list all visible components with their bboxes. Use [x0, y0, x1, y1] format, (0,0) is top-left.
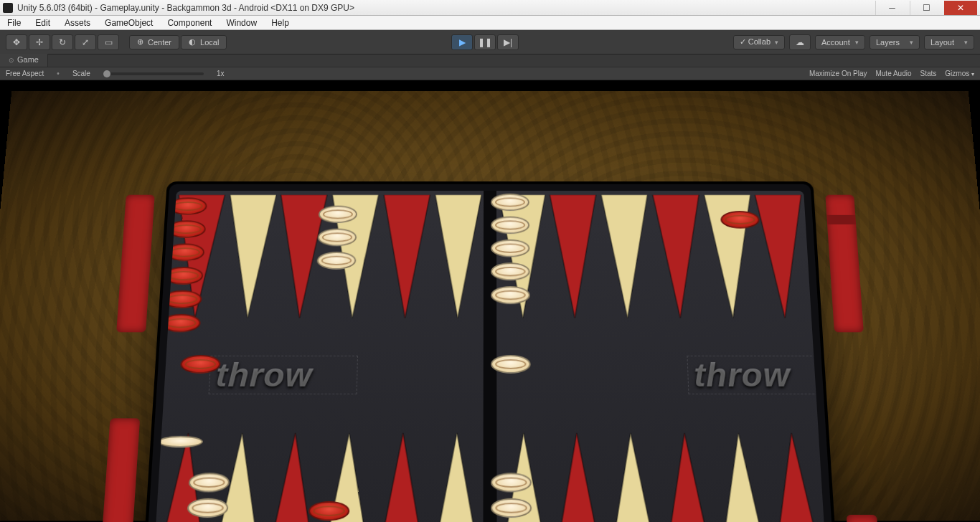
backgammon-board: throw throw	[141, 181, 839, 522]
throw-label-right[interactable]: throw	[693, 353, 791, 397]
board-point[interactable]	[753, 195, 812, 326]
minimize-button[interactable]: ─	[875, 1, 908, 15]
collab-dropdown[interactable]: ✓ Collab▾	[733, 35, 785, 49]
unity-icon	[3, 3, 13, 13]
window-titlebar: Unity 5.6.0f3 (64bit) - Gameplay.unity -…	[0, 0, 980, 16]
checker-white[interactable]	[491, 286, 530, 304]
pause-button[interactable]: ❚❚	[474, 34, 496, 50]
svg-marker-5	[434, 195, 481, 318]
toolbar: ✥ ✢ ↻ ⤢ ▭ ⊕Center ◐Local ▶ ❚❚ ▶| ✓ Colla…	[0, 30, 980, 54]
window-title: Unity 5.6.0f3 (64bit) - Gameplay.unity -…	[17, 3, 354, 13]
pivot-toggle[interactable]: ⊕Center	[129, 35, 179, 49]
board-point[interactable]	[378, 195, 432, 326]
scale-slider[interactable]	[103, 72, 204, 75]
svg-marker-1	[224, 195, 276, 318]
maximize-on-play-toggle[interactable]: Maximize On Play	[809, 70, 867, 77]
svg-marker-4	[381, 195, 430, 318]
gizmos-dropdown[interactable]: Gizmos ▾	[945, 70, 974, 77]
board-point[interactable]	[431, 195, 484, 326]
space-toggle[interactable]: ◐Local	[181, 35, 227, 49]
svg-marker-22	[714, 433, 769, 522]
tab-game[interactable]: Game	[0, 54, 48, 67]
layout-dropdown[interactable]: Layout▾	[924, 35, 974, 49]
maximize-button[interactable]: ☐	[910, 1, 943, 15]
menu-component[interactable]: Component	[160, 16, 219, 29]
checker-red[interactable]	[720, 211, 760, 228]
menu-help[interactable]: Help	[264, 16, 296, 29]
svg-marker-10	[376, 433, 427, 522]
throw-label-left[interactable]: throw	[215, 353, 314, 397]
mute-audio-toggle[interactable]: Mute Audio	[875, 70, 911, 77]
board-point[interactable]	[604, 426, 662, 522]
scale-value: 1x	[217, 70, 225, 77]
game-viewport[interactable]: throw throw	[0, 80, 980, 522]
game-scene: throw throw	[0, 91, 980, 521]
menu-edit[interactable]: Edit	[28, 16, 57, 29]
board-point[interactable]	[711, 426, 772, 522]
close-button[interactable]: ✕	[944, 1, 977, 15]
rect-tool-button[interactable]: ▭	[98, 34, 119, 50]
rotate-tool-button[interactable]: ↻	[52, 34, 73, 50]
checker-white[interactable]	[491, 239, 529, 257]
stats-toggle[interactable]: Stats	[920, 70, 937, 77]
board-point[interactable]	[765, 426, 827, 522]
menu-file[interactable]: File	[0, 16, 28, 29]
checker-white[interactable]	[491, 217, 529, 234]
layers-dropdown[interactable]: Layers▾	[870, 35, 920, 49]
cloud-button[interactable]: ☁	[789, 34, 811, 50]
svg-marker-14	[601, 195, 651, 318]
board-point[interactable]	[599, 195, 654, 326]
hand-tool-button[interactable]: ✥	[6, 34, 27, 50]
board-point[interactable]	[496, 195, 549, 326]
svg-marker-17	[755, 195, 809, 318]
svg-marker-13	[550, 195, 599, 318]
svg-marker-23	[768, 433, 824, 522]
menu-window[interactable]: Window	[219, 16, 264, 29]
board-point[interactable]	[221, 195, 279, 326]
move-tool-button[interactable]: ✢	[29, 34, 50, 50]
step-button[interactable]: ▶|	[497, 34, 519, 50]
svg-marker-19	[553, 433, 604, 522]
account-dropdown[interactable]: Account▾	[815, 35, 865, 49]
scale-label: Scale	[72, 70, 90, 77]
board-point[interactable]	[650, 195, 707, 326]
svg-marker-15	[653, 195, 704, 318]
menu-assets[interactable]: Assets	[57, 16, 98, 29]
game-subtoolbar: Free Aspect • Scale 1x Maximize On Play …	[0, 67, 980, 80]
checker-white[interactable]	[491, 473, 532, 492]
board-point[interactable]	[550, 426, 607, 522]
board-hinge	[484, 191, 497, 522]
menubar: File Edit Assets GameObject Component Wi…	[0, 16, 980, 30]
checker-white[interactable]	[491, 355, 531, 374]
checker-white[interactable]	[491, 194, 529, 211]
aspect-dropdown[interactable]: Free Aspect	[6, 70, 44, 77]
checker-white[interactable]	[491, 262, 530, 280]
svg-marker-21	[660, 433, 714, 522]
svg-marker-20	[606, 433, 659, 522]
tab-strip: Game	[0, 54, 980, 67]
scale-tool-button[interactable]: ⤢	[75, 34, 96, 50]
svg-marker-11	[431, 433, 481, 522]
board-point[interactable]	[428, 426, 484, 522]
bear-off-right-bottom	[847, 515, 881, 522]
checker-white[interactable]	[491, 498, 532, 518]
play-button[interactable]: ▶	[451, 34, 473, 50]
menu-gameobject[interactable]: GameObject	[98, 16, 160, 29]
board-point[interactable]	[373, 426, 430, 522]
board-point[interactable]	[657, 426, 717, 522]
board-point[interactable]	[547, 195, 601, 326]
